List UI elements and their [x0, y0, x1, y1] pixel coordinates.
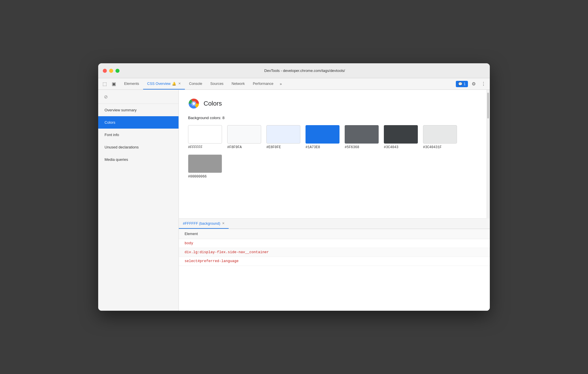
color-swatch-5f6368[interactable]	[345, 125, 379, 144]
color-swatch-f8f9fa[interactable]	[227, 125, 261, 144]
color-grid: #FFFFFF #F8F9FA #E8F0FE #1A73E8	[188, 125, 481, 179]
sidebar: ⊘ Overview summary Colors Font info Unus…	[98, 90, 179, 311]
color-swatch-e8f0fe[interactable]	[266, 125, 300, 144]
color-item-f8f9fa: #F8F9FA	[227, 125, 261, 149]
scrollbar-thumb[interactable]	[487, 93, 489, 119]
color-label-e8f0fe: #E8F0FE	[266, 145, 281, 149]
bg-colors-label: Background colors: 8	[188, 116, 481, 120]
sidebar-item-font-info[interactable]: Font info	[98, 129, 179, 141]
color-swatch-ffffff[interactable]	[188, 125, 222, 144]
color-item-1a73e8: #1A73E8	[306, 125, 339, 149]
sidebar-item-colors-label: Colors	[105, 120, 115, 125]
more-options-icon[interactable]: ⋮	[479, 80, 488, 88]
traffic-lights	[103, 69, 120, 73]
sidebar-item-colors[interactable]: Colors	[98, 116, 179, 129]
google-chrome-icon	[188, 98, 200, 109]
bottom-panel: #FFFFFF (background) ✕ Element body div.…	[179, 219, 490, 311]
cursor-icon[interactable]: ⬚	[100, 80, 109, 88]
device-toggle-icon[interactable]: ▣	[110, 80, 118, 88]
color-item-3c40431f: #3C40431F	[423, 125, 457, 149]
more-tabs-button[interactable]: »	[278, 78, 284, 89]
color-item-5f6368: #5F6368	[345, 125, 379, 149]
bottom-tabs: #FFFFFF (background) ✕	[179, 219, 490, 229]
maximize-button[interactable]	[115, 69, 120, 73]
minimize-button[interactable]	[109, 69, 113, 73]
color-label-f8f9fa: #F8F9FA	[227, 145, 242, 149]
chat-count: 1	[464, 82, 466, 86]
colors-section: Colors Background colors: 8 #FFFFFF #F8F…	[179, 90, 490, 219]
element-row-select-text: select#preferred-language	[185, 259, 239, 263]
color-label-3c4043: #3C4043	[384, 145, 398, 149]
element-row-body[interactable]: body	[179, 239, 490, 248]
tab-sources-label: Sources	[210, 82, 223, 86]
chat-button[interactable]: 💬 1	[456, 81, 468, 87]
tab-bar: ⬚ ▣ Elements CSS Overview 🔔 ✕ Console So…	[98, 78, 490, 90]
tab-console-label: Console	[189, 82, 202, 86]
tab-elements-label: Elements	[124, 82, 139, 86]
element-row-body-text: body	[185, 241, 193, 245]
color-label-ffffff: #FFFFFF	[188, 145, 202, 149]
close-button[interactable]	[103, 69, 107, 73]
bottom-tab-label: #FFFFFF (background)	[183, 222, 220, 226]
color-label-3c40431f: #3C40431F	[423, 145, 442, 149]
svg-point-3	[192, 102, 195, 105]
tab-performance[interactable]: Performance	[249, 78, 278, 89]
element-row-select[interactable]: select#preferred-language	[179, 257, 490, 266]
color-swatch-3c4043[interactable]	[384, 125, 418, 144]
tab-bar-left-icons: ⬚ ▣	[100, 78, 118, 89]
color-item-ffffff: #FFFFFF	[188, 125, 222, 149]
tab-console[interactable]: Console	[185, 78, 206, 89]
element-row-div[interactable]: div.lg:display-flex.side-nav__container	[179, 248, 490, 257]
sidebar-item-overview-summary[interactable]: Overview summary	[98, 104, 179, 116]
tab-css-overview[interactable]: CSS Overview 🔔 ✕	[143, 78, 185, 89]
sidebar-item-unused-declarations[interactable]: Unused declarations	[98, 141, 179, 153]
tab-performance-label: Performance	[253, 82, 274, 86]
sidebar-item-media-queries-label: Media queries	[105, 157, 128, 162]
block-icon[interactable]: ⊘	[102, 93, 109, 100]
color-label-5f6368: #5F6368	[345, 145, 359, 149]
color-label-1a73e8: #1A73E8	[306, 145, 320, 149]
section-title: Colors	[204, 100, 222, 107]
sidebar-item-overview-summary-label: Overview summary	[105, 108, 136, 112]
color-label-00000066: #00000066	[188, 175, 207, 179]
chat-icon: 💬	[458, 82, 462, 86]
tabs-container: Elements CSS Overview 🔔 ✕ Console Source…	[120, 78, 454, 89]
css-overview-icon: 🔔	[172, 82, 176, 86]
tab-sources[interactable]: Sources	[206, 78, 227, 89]
tab-css-overview-label: CSS Overview	[147, 82, 170, 86]
tab-bar-right: 💬 1 ⚙ ⋮	[456, 78, 488, 89]
element-panel: Element body div.lg:display-flex.side-na…	[179, 229, 490, 311]
scrollbar-track	[486, 90, 490, 219]
more-tabs-icon: »	[280, 82, 282, 86]
window-title: DevTools - developer.chrome.com/tags/dev…	[124, 68, 485, 73]
sidebar-item-media-queries[interactable]: Media queries	[98, 153, 179, 166]
color-swatch-00000066[interactable]	[188, 154, 222, 173]
bottom-tab-close-icon[interactable]: ✕	[222, 222, 225, 225]
tab-network-label: Network	[232, 82, 245, 86]
tab-network[interactable]: Network	[227, 78, 249, 89]
sidebar-item-font-info-label: Font info	[105, 133, 119, 137]
sidebar-item-unused-declarations-label: Unused declarations	[105, 145, 139, 149]
devtools-window: DevTools - developer.chrome.com/tags/dev…	[98, 63, 490, 311]
color-swatch-1a73e8[interactable]	[306, 125, 339, 144]
title-bar: DevTools - developer.chrome.com/tags/dev…	[98, 63, 490, 78]
color-item-3c4043: #3C4043	[384, 125, 418, 149]
element-row-div-text: div.lg:display-flex.side-nav__container	[185, 250, 269, 254]
settings-icon[interactable]: ⚙	[470, 80, 478, 88]
css-overview-close-icon[interactable]: ✕	[178, 82, 181, 85]
section-header: Colors	[188, 98, 481, 109]
tab-elements[interactable]: Elements	[120, 78, 143, 89]
color-item-e8f0fe: #E8F0FE	[266, 125, 300, 149]
sidebar-top: ⊘	[98, 90, 179, 104]
color-item-00000066: #00000066	[188, 154, 222, 179]
bottom-tab-ffffff[interactable]: #FFFFFF (background) ✕	[179, 219, 229, 229]
main-content: ⊘ Overview summary Colors Font info Unus…	[98, 90, 490, 311]
color-swatch-3c40431f[interactable]	[423, 125, 457, 144]
element-header: Element	[179, 229, 490, 239]
content-area: Colors Background colors: 8 #FFFFFF #F8F…	[179, 90, 490, 311]
